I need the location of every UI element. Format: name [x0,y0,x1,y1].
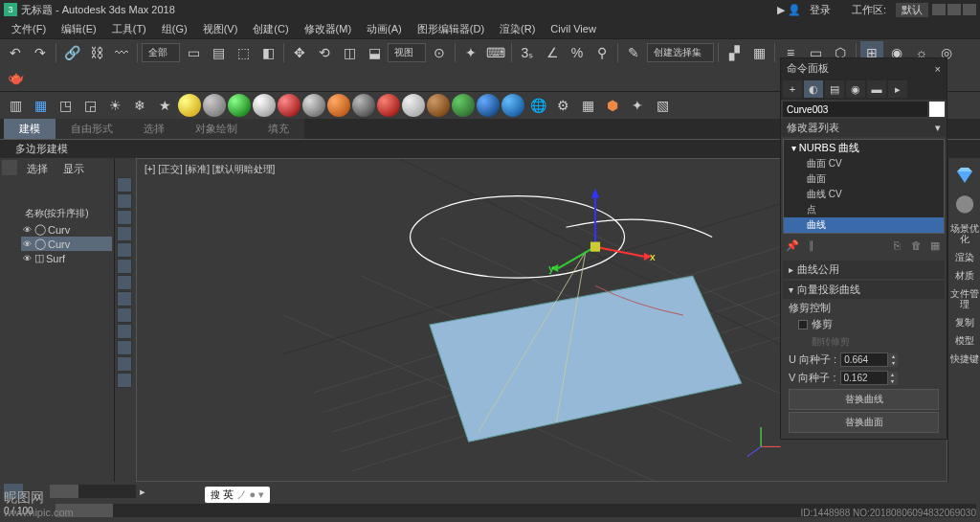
menu-civil[interactable]: Civil View [543,21,603,36]
mat-red[interactable] [278,94,301,117]
menu-group[interactable]: 组(G) [154,20,195,38]
menu-grapheditor[interactable]: 图形编辑器(D) [410,20,492,38]
mat-grey[interactable] [203,94,226,117]
u-up[interactable]: ▴ [888,353,898,360]
object-name-input[interactable] [783,102,927,117]
filter-2[interactable] [117,193,132,209]
menu-tools[interactable]: 工具(T) [104,20,154,38]
rollout-project[interactable]: ▾ 向量投影曲线 [783,281,945,299]
extra-icon-3[interactable]: ▦ [576,94,599,117]
maximize-button[interactable] [947,4,961,15]
filter-9[interactable] [117,307,132,323]
mat-light[interactable] [402,94,425,117]
filter-4[interactable] [117,226,132,241]
create-tab-icon[interactable]: + [783,80,802,98]
filter-11[interactable] [117,340,132,355]
slate-icon[interactable]: ▥ [4,94,27,117]
make-unique-icon[interactable]: ⎘ [889,239,904,255]
menu-anim[interactable]: 动画(A) [359,20,410,38]
show-end-result-icon[interactable]: ∥ [804,239,819,255]
diamond-icon[interactable] [953,166,976,185]
extra-icon-5[interactable]: ✦ [626,94,649,117]
filter-8[interactable] [117,291,132,306]
mat-white[interactable] [253,94,276,117]
tab-select[interactable]: 选择 [128,119,180,139]
menu-modifier[interactable]: 修改器(M) [297,20,360,38]
scrollbar-arrow-icon[interactable]: ▸ [140,486,145,498]
mat-olive[interactable] [452,94,475,117]
filter-1[interactable] [117,177,132,193]
extra-icon-6[interactable]: ▧ [651,94,674,117]
remove-mod-icon[interactable]: 🗑 [908,239,924,255]
mat-brown[interactable] [427,94,450,117]
undo-icon[interactable]: ↶ [4,41,27,64]
tool-e-icon[interactable]: ★ [153,94,176,117]
configure-icon[interactable]: ▦ [927,239,943,255]
modifier-stack[interactable]: ▾ NURBS 曲线 曲面 CV 曲面 曲线 CV 点 曲线 [783,139,945,234]
rotate-icon[interactable]: ⟲ [313,41,336,64]
menu-edit[interactable]: 编辑(E) [54,20,104,38]
rollout-common[interactable]: ▸ 曲线公用 [783,261,945,279]
modifier-list-dropdown-icon[interactable]: ▾ [935,122,941,134]
right-model[interactable]: 模型 [955,335,974,346]
rect-select-icon[interactable]: ⬚ [232,41,255,64]
tree-item[interactable]: 👁◫Surf [21,251,112,265]
menu-view[interactable]: 视图(V) [195,20,246,38]
stack-item[interactable]: 曲面 [784,171,944,187]
extra-icon-1[interactable]: 🌐 [526,94,549,117]
right-copy[interactable]: 复制 [955,317,974,328]
filter-3[interactable] [117,210,132,225]
redo-icon[interactable]: ↷ [29,41,52,64]
select-name-icon[interactable]: ▤ [207,41,230,64]
menu-file[interactable]: 文件(F) [4,20,54,38]
viewport-label[interactable]: [+] [正交] [标准] [默认明暗处理] [145,163,275,176]
u-down[interactable]: ▾ [888,360,898,367]
tab-populate[interactable]: 填充 [253,119,304,139]
selection-filter[interactable]: 全部 [142,43,180,62]
filter-12[interactable] [117,356,132,372]
subtab-poly[interactable]: 多边形建模 [4,140,79,158]
tool-a-icon[interactable]: ◳ [54,94,77,117]
stack-item[interactable]: 点 [784,202,944,217]
tree-sort-header[interactable]: 名称(按升序排) [21,205,112,222]
named-selection[interactable]: 创建选择集 [647,43,714,62]
compact-icon[interactable]: ▦ [29,94,52,117]
spinner-snap-icon[interactable]: ⚲ [590,41,613,64]
manipulate-icon[interactable]: ✦ [459,41,482,64]
mat-silver[interactable] [302,94,325,117]
filter-13[interactable] [117,373,132,388]
scale-icon[interactable]: ◫ [338,41,361,64]
filter-6[interactable] [117,259,132,274]
login-link[interactable]: ▶ 👤 登录 [771,3,842,17]
u-seed-input[interactable] [840,352,888,367]
right-hotkey[interactable]: 快捷键 [950,353,979,364]
right-material[interactable]: 材质 [955,270,974,281]
pin-stack-icon[interactable]: 📌 [785,239,800,255]
mat-dark[interactable] [352,94,375,117]
render-icon[interactable]: 🫖 [4,66,27,89]
pivot-icon[interactable]: ⊙ [428,41,451,64]
mat-orange[interactable] [327,94,350,117]
bind-icon[interactable]: 〰 [110,41,133,64]
replace-surface-button[interactable]: 替换曲面 [789,412,939,433]
right-file[interactable]: 文件管理 [948,288,980,309]
filter-5[interactable] [117,242,132,258]
tab-freeform[interactable]: 自由形式 [56,119,128,139]
menu-render[interactable]: 渲染(R) [492,20,543,38]
replace-curve-button[interactable]: 替换曲线 [789,389,939,410]
minimize-button[interactable] [932,4,946,15]
angle-snap-icon[interactable]: ∠ [541,41,564,64]
snap-icon[interactable]: 3ₛ [516,41,539,64]
percent-snap-icon[interactable]: % [566,41,589,64]
extra-icon-4[interactable]: ⬢ [601,94,624,117]
cmd-panel-close-icon[interactable]: × [935,63,941,75]
close-button[interactable] [963,4,976,15]
align-icon[interactable]: ▦ [747,41,770,64]
window-crossing-icon[interactable]: ◧ [256,41,279,64]
stack-item-selected[interactable]: 曲线 [784,217,944,233]
filter-7[interactable] [117,275,132,290]
mat-salmon[interactable] [377,94,400,117]
utilities-tab-icon[interactable]: ▸ [888,80,907,98]
unlink-icon[interactable]: ⛓ [85,41,108,64]
motion-tab-icon[interactable]: ◉ [846,80,865,98]
